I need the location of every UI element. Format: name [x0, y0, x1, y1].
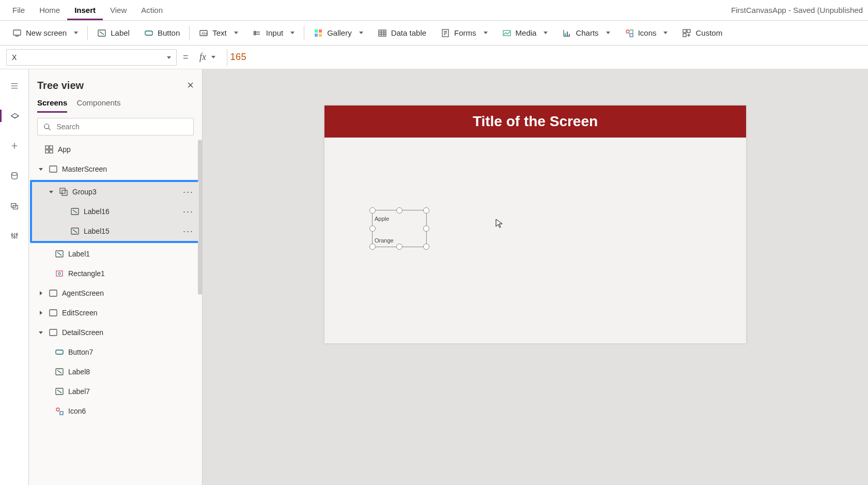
- caret-icon[interactable]: [37, 309, 44, 316]
- svg-rect-9: [315, 34, 318, 37]
- resize-handle[interactable]: [396, 207, 402, 214]
- artboard[interactable]: Title of the Screen Apple Orange: [324, 105, 746, 343]
- tree-item-label1[interactable]: Label1: [29, 244, 202, 264]
- data-source-button[interactable]: [4, 168, 25, 184]
- tree-item-label8[interactable]: Label8: [29, 362, 202, 382]
- label-icon: [70, 207, 80, 216]
- tree-item-label16[interactable]: Label16 ···: [32, 202, 199, 221]
- media-icon: [502, 28, 512, 38]
- screen-icon: [49, 289, 58, 298]
- more-button[interactable]: ···: [183, 206, 194, 217]
- new-screen-button[interactable]: New screen: [5, 21, 85, 45]
- resize-handle[interactable]: [369, 225, 376, 232]
- group-icon: [59, 187, 68, 196]
- media-button[interactable]: Media: [495, 21, 555, 45]
- tree-item-editscreen[interactable]: EditScreen: [29, 303, 202, 323]
- button-button[interactable]: Button: [137, 21, 187, 45]
- gallery-button[interactable]: Gallery: [306, 21, 370, 45]
- resize-handle[interactable]: [423, 225, 429, 232]
- insert-pane-button[interactable]: [4, 138, 25, 154]
- charts-button[interactable]: Charts: [555, 21, 617, 45]
- tree-item-button7[interactable]: Button7: [29, 342, 202, 362]
- search-container[interactable]: [37, 118, 194, 135]
- svg-point-22: [11, 173, 17, 175]
- resize-handle[interactable]: [423, 207, 429, 214]
- svg-rect-34: [60, 188, 65, 193]
- button-icon: [55, 347, 64, 357]
- caret-icon[interactable]: [48, 188, 55, 195]
- svg-rect-2: [145, 31, 152, 35]
- app-icon: [44, 145, 54, 154]
- canvas-label-apple[interactable]: Apple: [375, 216, 389, 222]
- menu-file[interactable]: File: [5, 0, 32, 20]
- svg-rect-41: [50, 290, 57, 296]
- advanced-tools-button[interactable]: [4, 228, 25, 244]
- icons-button[interactable]: Icons: [617, 21, 675, 45]
- tree-item-icon6[interactable]: Icon6: [29, 401, 202, 421]
- media-pane-button[interactable]: [4, 198, 25, 214]
- more-button[interactable]: ···: [183, 226, 194, 237]
- tab-screens[interactable]: Screens: [37, 98, 67, 113]
- selected-group[interactable]: Apple Orange: [372, 210, 427, 247]
- tree-item-label7[interactable]: Label7: [29, 382, 202, 401]
- mouse-cursor-icon: [495, 218, 503, 231]
- custom-button[interactable]: Custom: [675, 21, 730, 45]
- menu-insert[interactable]: Insert: [67, 0, 103, 20]
- caret-icon[interactable]: [37, 165, 44, 173]
- forms-button[interactable]: Forms: [433, 21, 495, 45]
- gallery-icon: [314, 28, 323, 38]
- svg-rect-13: [503, 31, 510, 36]
- search-input[interactable]: [55, 122, 188, 131]
- search-icon: [43, 122, 51, 131]
- menu-home[interactable]: Home: [32, 0, 67, 20]
- chevron-down-icon: [167, 53, 171, 62]
- svg-rect-14: [565, 33, 566, 36]
- rectangle-icon: [55, 269, 64, 278]
- ribbon: New screen Label Button Abc Text Input G…: [0, 21, 868, 46]
- tree-item-group3[interactable]: Group3 ···: [32, 182, 199, 202]
- tree-view-button[interactable]: [4, 108, 25, 124]
- property-selector[interactable]: X: [6, 49, 177, 66]
- tree-item-rectangle1[interactable]: Rectangle1: [29, 264, 202, 283]
- svg-rect-19: [683, 29, 686, 33]
- menu-action[interactable]: Action: [134, 0, 170, 20]
- resize-handle[interactable]: [369, 207, 376, 214]
- svg-text:Abc: Abc: [202, 32, 208, 35]
- text-button[interactable]: Abc Text: [192, 21, 245, 45]
- canvas-label-orange[interactable]: Orange: [375, 237, 394, 244]
- close-panel-button[interactable]: ×: [187, 79, 194, 92]
- tree-item-app[interactable]: App: [29, 140, 202, 159]
- tree-item-detailscreen[interactable]: DetailScreen: [29, 323, 202, 342]
- canvas-area[interactable]: Title of the Screen Apple Orange: [203, 69, 868, 485]
- tree-item-label15[interactable]: Label15 ···: [32, 221, 199, 241]
- menu-view[interactable]: View: [103, 0, 134, 20]
- hamburger-button[interactable]: [4, 78, 25, 94]
- more-button[interactable]: ···: [183, 187, 194, 198]
- screen-title-bar[interactable]: Title of the Screen: [324, 105, 746, 138]
- tree-item-agentscreen[interactable]: AgentScreen: [29, 283, 202, 303]
- data-table-button[interactable]: Data table: [370, 21, 433, 45]
- resize-handle[interactable]: [396, 244, 402, 250]
- fx-button[interactable]: fx: [195, 52, 221, 63]
- tree-item-masterscreen[interactable]: MasterScreen: [29, 159, 202, 179]
- resize-handle[interactable]: [423, 244, 429, 250]
- resize-handle[interactable]: [369, 244, 376, 250]
- fx-icon: fx: [199, 52, 206, 63]
- label-icon: [55, 387, 64, 396]
- svg-rect-44: [56, 350, 63, 354]
- caret-icon[interactable]: [37, 290, 44, 297]
- svg-point-17: [626, 30, 629, 33]
- input-button[interactable]: Input: [245, 21, 302, 45]
- formula-value[interactable]: 165: [227, 49, 862, 66]
- svg-rect-33: [50, 166, 57, 172]
- svg-point-40: [58, 272, 60, 275]
- forms-icon: [441, 28, 450, 38]
- data-table-icon: [378, 28, 387, 38]
- label-button[interactable]: Label: [90, 21, 137, 45]
- caret-icon[interactable]: [37, 329, 44, 336]
- label-icon: [55, 249, 64, 259]
- svg-rect-15: [567, 32, 568, 36]
- input-icon: [253, 28, 262, 38]
- svg-point-25: [11, 234, 12, 236]
- tab-components[interactable]: Components: [76, 98, 120, 113]
